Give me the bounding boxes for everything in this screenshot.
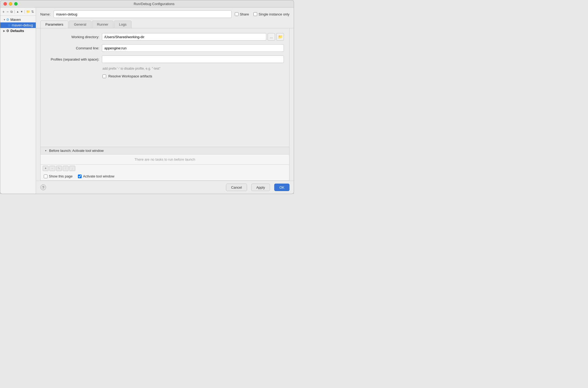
- profiles-input[interactable]: [102, 56, 284, 63]
- sort-button[interactable]: ⇅: [31, 9, 34, 15]
- defaults-icon: ⚙: [6, 29, 9, 33]
- minimize-button[interactable]: [9, 2, 12, 6]
- command-line-label: Command line:: [46, 46, 99, 50]
- activate-tool-window-checkbox[interactable]: [78, 175, 82, 178]
- move-task-up-button[interactable]: ↑: [63, 166, 69, 171]
- maven-label: Maven: [10, 18, 21, 22]
- remove-task-button[interactable]: −: [49, 166, 55, 171]
- config-tree: ▾ ⚙ Maven ⚙ maven-debug ▶ ⚙ Defaults: [0, 16, 36, 194]
- main-content: + − ⧉ ▲ ▼ 📁 ⇅ ▾ ⚙ Maven ⚙: [0, 8, 294, 194]
- resolve-artifacts-checkbox[interactable]: [102, 74, 106, 78]
- single-instance-checkbox[interactable]: [253, 12, 257, 16]
- command-line-input[interactable]: [102, 44, 284, 52]
- remove-config-button[interactable]: −: [6, 9, 9, 15]
- ok-button[interactable]: OK: [274, 184, 289, 191]
- tree-item-defaults[interactable]: ▶ ⚙ Defaults: [0, 28, 36, 34]
- left-toolbar: + − ⧉ ▲ ▼ 📁 ⇅: [0, 8, 36, 16]
- main-window: Run/Debug Configurations + − ⧉ ▲ ▼ 📁 ⇅ ▾…: [0, 0, 294, 194]
- tab-general[interactable]: General: [69, 21, 91, 28]
- share-label: Share: [240, 12, 249, 16]
- activate-tool-window-check-label[interactable]: Activate tool window: [78, 174, 114, 178]
- name-label: Name:: [40, 12, 50, 16]
- edit-task-button[interactable]: ✎: [56, 166, 62, 171]
- toolbar-separator: [14, 10, 15, 14]
- single-instance-label: Single instance only: [259, 12, 289, 16]
- window-title: Run/Debug Configurations: [18, 2, 291, 6]
- before-launch-header[interactable]: ▾ Before launch: Activate tool window: [41, 147, 289, 155]
- titlebar: Run/Debug Configurations: [0, 0, 294, 8]
- tree-item-maven[interactable]: ▾ ⚙ Maven: [0, 17, 36, 22]
- defaults-toggle-icon: ▶: [2, 29, 6, 32]
- tab-logs[interactable]: Logs: [114, 21, 132, 28]
- show-page-label: Show this page: [49, 174, 73, 178]
- share-area: Share Single instance only: [235, 12, 289, 16]
- profiles-row: Profiles (separated with space):: [46, 56, 284, 63]
- tree-item-maven-debug[interactable]: ⚙ maven-debug: [0, 22, 36, 28]
- config-header: Name: Share Single instance only: [36, 8, 294, 21]
- before-launch-section: ▾ Before launch: Activate tool window Th…: [40, 147, 289, 181]
- toolbar-separator-2: [25, 10, 25, 14]
- share-checkbox[interactable]: [235, 12, 239, 16]
- form-inner: Working directory: ... 📁 Command line:: [41, 28, 289, 85]
- tasks-toolbar: + − ✎ ↑ ↓: [41, 165, 289, 172]
- copy-config-button[interactable]: ⧉: [10, 9, 13, 15]
- maven-icon: ⚙: [6, 18, 9, 22]
- apply-button[interactable]: Apply: [251, 184, 270, 191]
- before-launch-checks: Show this page Activate tool window: [41, 172, 289, 180]
- add-task-button[interactable]: +: [43, 166, 49, 171]
- maven-debug-label: maven-debug: [12, 23, 33, 27]
- help-button[interactable]: ?: [40, 184, 46, 190]
- working-directory-row: Working directory: ... 📁: [46, 33, 284, 41]
- traffic-lights: [3, 2, 18, 6]
- show-page-checkbox[interactable]: [44, 175, 47, 178]
- before-launch-title: Before launch: Activate tool window: [49, 149, 104, 153]
- maven-toggle-icon: ▾: [2, 18, 6, 21]
- move-down-button[interactable]: ▼: [20, 9, 23, 15]
- move-up-button[interactable]: ▲: [16, 9, 19, 15]
- close-button[interactable]: [3, 2, 7, 6]
- resolve-artifacts-row: Resolve Workspace artifacts: [46, 74, 284, 78]
- working-directory-input-row: ... 📁: [102, 33, 284, 41]
- left-panel: + − ⧉ ▲ ▼ 📁 ⇅ ▾ ⚙ Maven ⚙: [0, 8, 36, 194]
- no-tasks-text: There are no tasks to run before launch: [134, 157, 195, 161]
- activate-tool-window-label: Activate tool window: [83, 174, 114, 178]
- maximize-button[interactable]: [14, 2, 18, 6]
- tabs-row: Parameters General Runner Logs: [36, 21, 294, 28]
- working-directory-dots-button[interactable]: ...: [268, 33, 275, 41]
- single-instance-check-label[interactable]: Single instance only: [253, 12, 289, 16]
- tab-parameters[interactable]: Parameters: [40, 21, 68, 28]
- form-area: Working directory: ... 📁 Command line:: [40, 28, 289, 147]
- share-check-label[interactable]: Share: [235, 12, 249, 16]
- right-panel: Name: Share Single instance only Paramet…: [36, 8, 294, 194]
- resolve-artifacts-label[interactable]: Resolve Workspace artifacts: [108, 74, 152, 78]
- command-line-row: Command line:: [46, 44, 284, 52]
- tasks-empty-area: There are no tasks to run before launch: [41, 155, 289, 165]
- folder-button[interactable]: 📁: [26, 9, 30, 15]
- working-directory-folder-button[interactable]: 📁: [276, 33, 284, 41]
- tab-runner[interactable]: Runner: [92, 21, 113, 28]
- cancel-button[interactable]: Cancel: [226, 184, 247, 191]
- move-task-down-button[interactable]: ↓: [69, 166, 75, 171]
- profiles-hint: add prefix '-' to disable profile, e.g. …: [46, 67, 284, 70]
- add-config-button[interactable]: +: [2, 9, 5, 15]
- name-input[interactable]: [54, 10, 231, 18]
- defaults-label: Defaults: [10, 29, 24, 33]
- bottom-bar: ? Cancel Apply OK: [36, 181, 294, 194]
- working-directory-label: Working directory:: [46, 35, 99, 39]
- profiles-label: Profiles (separated with space):: [46, 57, 99, 61]
- maven-debug-icon: ⚙: [8, 23, 11, 27]
- working-directory-input[interactable]: [102, 33, 266, 41]
- before-launch-toggle-icon: ▾: [44, 149, 47, 152]
- show-page-check-label[interactable]: Show this page: [44, 174, 73, 178]
